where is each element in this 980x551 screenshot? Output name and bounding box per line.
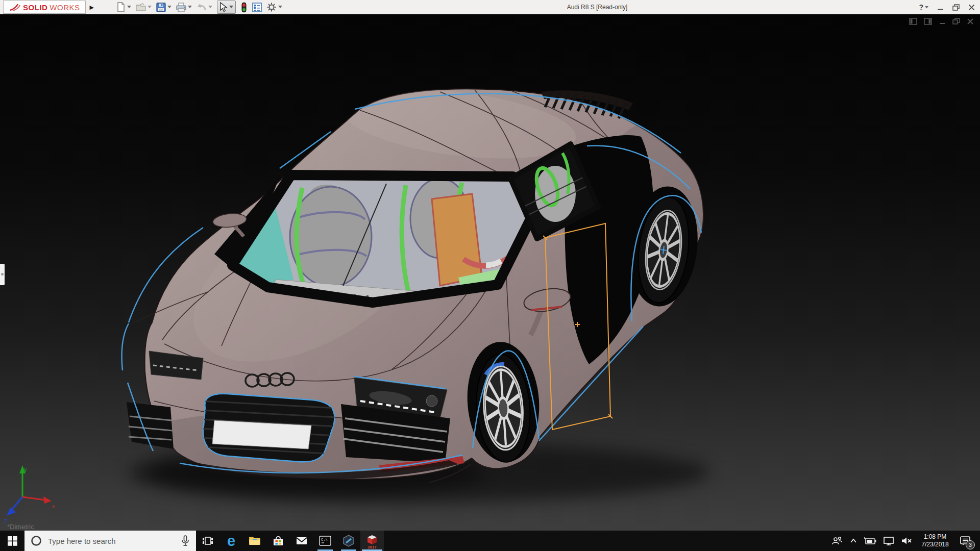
tray-chevron-up-icon[interactable] — [849, 536, 858, 545]
gear-icon — [266, 2, 277, 12]
stoplight-macro-button[interactable] — [240, 2, 248, 13]
hexagon-app-icon — [342, 534, 355, 547]
logo-text-works: WORKS — [50, 3, 80, 12]
feature-pane-toggle-icon[interactable] — [909, 18, 917, 25]
select-cursor-icon — [219, 2, 228, 12]
save-floppy-icon — [156, 3, 166, 12]
window-controls: ? — [919, 0, 975, 14]
task-view-button[interactable] — [196, 531, 219, 551]
tray-date: 7/23/2018 — [921, 541, 948, 548]
windows-logo-icon — [8, 536, 17, 546]
undo-button[interactable] — [197, 3, 212, 12]
microsoft-store-icon — [272, 534, 285, 547]
command-prompt-icon: C:\ — [318, 535, 332, 547]
options-button[interactable] — [266, 2, 282, 12]
taskbar-app-solidworks-2017[interactable]: 2017 — [360, 531, 384, 551]
taskbar-app-edge[interactable]: e — [219, 531, 243, 551]
sw-year-label: 2017 — [368, 545, 377, 549]
help-button[interactable]: ? — [919, 3, 928, 11]
open-button[interactable] — [136, 3, 152, 12]
taskbar-app-mail[interactable] — [290, 531, 313, 551]
microphone-icon[interactable] — [181, 535, 190, 546]
logo-text-solid: SOLID — [23, 3, 47, 12]
start-button[interactable] — [0, 531, 24, 551]
triad-y-label: y — [24, 466, 27, 472]
front-grille[interactable] — [202, 394, 337, 462]
taskbar-search-input[interactable] — [47, 536, 176, 546]
help-label: ? — [919, 3, 923, 11]
action-center-button[interactable]: 3 — [958, 533, 973, 548]
feature-tree-collapsed-tab[interactable] — [0, 264, 5, 285]
dropdown-caret-icon[interactable] — [925, 6, 928, 9]
minimize-button[interactable] — [937, 4, 944, 11]
solidworks-logo: SOLIDWORKS — [3, 1, 86, 14]
notification-badge: 3 — [966, 540, 975, 549]
tray-time: 1:08 PM — [924, 533, 947, 541]
properties-button[interactable] — [252, 3, 262, 12]
dropdown-caret-icon[interactable] — [127, 6, 131, 9]
triad-z-label: z — [4, 517, 7, 523]
car-model[interactable] — [112, 78, 745, 494]
select-tool-button[interactable] — [217, 1, 236, 14]
taskbar-search[interactable] — [24, 531, 196, 551]
dropdown-caret-icon[interactable] — [188, 6, 192, 9]
system-tray: 1:08 PM 7/23/2018 3 — [831, 531, 980, 551]
volume-muted-icon[interactable] — [900, 535, 913, 546]
quick-toolbar — [116, 1, 287, 14]
undo-arrow-icon — [197, 3, 207, 12]
open-folder-icon — [136, 3, 146, 12]
doc-close-button[interactable] — [967, 18, 974, 25]
view-orientation-label: *Dimetric — [7, 523, 34, 531]
dropdown-caret-icon[interactable] — [208, 6, 212, 9]
mail-icon — [295, 535, 308, 547]
file-explorer-icon — [248, 535, 261, 547]
display-pane-toggle-icon[interactable] — [924, 18, 932, 25]
tray-clock[interactable]: 1:08 PM 7/23/2018 — [918, 533, 952, 548]
dropdown-caret-icon[interactable] — [148, 6, 152, 9]
solidworks-window: SOLIDWORKS ▶ — [0, 0, 980, 551]
windows-taskbar: e C: — [0, 531, 980, 551]
print-button[interactable] — [176, 3, 192, 12]
titlebar: SOLIDWORKS ▶ — [0, 0, 980, 15]
taskbar-app-hexagon[interactable] — [337, 531, 360, 551]
task-view-icon — [202, 535, 214, 547]
dropdown-caret-icon[interactable] — [167, 6, 172, 9]
3d-scene[interactable]: y x z — [0, 14, 980, 531]
taskbar-app-command-prompt[interactable]: C:\ — [313, 531, 337, 551]
dropdown-caret-icon[interactable] — [229, 6, 233, 9]
license-plate[interactable] — [212, 420, 311, 449]
document-title: Audi R8 S [Read-only] — [567, 4, 628, 11]
taskbar-app-store[interactable] — [266, 531, 290, 551]
document-window-controls — [909, 18, 974, 25]
people-icon[interactable] — [831, 535, 843, 546]
taskbar-app-file-explorer[interactable] — [243, 531, 266, 551]
graphics-viewport[interactable]: y x z *Dime — [0, 14, 980, 531]
air-intake-left[interactable] — [127, 402, 174, 449]
battery-icon[interactable] — [864, 536, 877, 546]
cortana-icon — [31, 535, 42, 546]
network-display-icon[interactable] — [883, 535, 895, 546]
menu-flyout-arrow[interactable]: ▶ — [90, 4, 94, 11]
dropdown-caret-icon[interactable] — [278, 6, 282, 9]
doc-restore-button[interactable] — [952, 18, 960, 25]
save-button[interactable] — [156, 3, 172, 12]
ds-swoosh-icon — [9, 3, 21, 12]
stoplight-icon — [240, 2, 248, 13]
new-document-button[interactable] — [116, 2, 131, 12]
property-list-icon — [252, 3, 262, 12]
close-button[interactable] — [968, 4, 975, 11]
restore-button[interactable] — [952, 4, 960, 11]
triad-x-label: x — [52, 503, 55, 509]
printer-icon — [176, 3, 186, 12]
orientation-triad: y x z — [4, 465, 55, 523]
solidworks-2017-icon: 2017 — [364, 533, 380, 549]
doc-minimize-button[interactable] — [939, 18, 946, 25]
edge-icon: e — [227, 534, 235, 548]
new-document-icon — [116, 2, 126, 12]
cmd-prompt-text: C:\ — [321, 538, 328, 542]
